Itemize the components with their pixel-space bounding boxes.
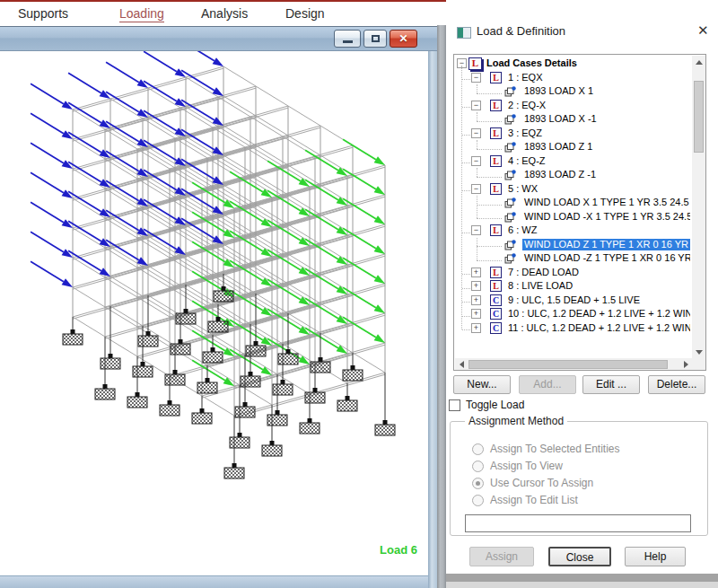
- tree-horizontal-scrollbar[interactable]: [455, 358, 692, 370]
- collapse-icon[interactable]: −: [471, 128, 481, 138]
- collapse-icon[interactable]: −: [471, 225, 481, 235]
- vertical-scroll-thumb[interactable]: [694, 81, 704, 153]
- tree-row-label: 1893 LOAD X -1: [522, 113, 690, 125]
- collapse-icon[interactable]: −: [471, 184, 481, 194]
- menu-item-analysis[interactable]: Analysis: [201, 6, 248, 21]
- tree-row[interactable]: 1893 LOAD Z 1: [454, 140, 692, 154]
- toggle-load[interactable]: Toggle Load: [449, 399, 524, 411]
- maximize-button[interactable]: [363, 30, 387, 48]
- load-combination-icon: C: [490, 294, 502, 306]
- tree-guide-line: [477, 93, 502, 94]
- tree-row[interactable]: −L5 : WX: [454, 182, 692, 197]
- tree-row[interactable]: +L8 : LIVE LOAD: [454, 279, 692, 294]
- radio-assign-to-selected-entities[interactable]: Assign To Selected Entities: [472, 442, 620, 456]
- edit-button[interactable]: Edit ...: [582, 375, 640, 394]
- close-button[interactable]: ✕: [390, 30, 417, 48]
- window-border-right: [428, 51, 437, 588]
- panel-separator[interactable]: [437, 25, 446, 588]
- tree-guide-line: [462, 233, 470, 233]
- menu-item-supports[interactable]: Supports: [18, 6, 68, 21]
- tree-row-label: WIND LOAD -Z 1 TYPE 1 XR 0 16 YR 3.5: [522, 252, 690, 264]
- tree-guide-line: [461, 66, 462, 330]
- load-cases-tree: −LLoad Cases Details−L1 : EQX1893 LOAD X…: [453, 54, 706, 371]
- radio-button-icon[interactable]: [472, 443, 484, 455]
- panel-title: Load & Definition: [477, 24, 565, 38]
- tree-vertical-scrollbar[interactable]: [692, 56, 705, 358]
- minimize-icon: [343, 40, 353, 43]
- tree-row[interactable]: WIND LOAD -X 1 TYPE 1 YR 3.5 24.5 ZR: [454, 210, 692, 224]
- tree-row[interactable]: −L4 : EQ-Z: [454, 154, 692, 169]
- tree-row[interactable]: −L1 : EQX: [454, 71, 692, 85]
- tree-row[interactable]: +C10 : ULC, 1.2 DEAD + 1.2 LIVE + 1.2 WI…: [454, 307, 692, 321]
- collapse-icon[interactable]: −: [471, 73, 481, 83]
- panel-close-icon[interactable]: ✕: [697, 22, 709, 39]
- tree-guide-line: [477, 196, 477, 218]
- expand-icon[interactable]: +: [471, 281, 481, 291]
- tree-row-label: 3 : EQZ: [506, 127, 690, 139]
- assignment-edit-list-input[interactable]: [465, 514, 691, 532]
- tree-row-label: 8 : LIVE LOAD: [506, 280, 690, 292]
- app-screen: SupportsLoadingAnalysisDesign ✕ Load 6 L…: [0, 0, 718, 588]
- active-load-label: Load 6: [355, 543, 417, 557]
- menu-item-loading[interactable]: Loading: [119, 6, 164, 22]
- radio-button-icon[interactable]: [472, 478, 484, 489]
- collapse-icon[interactable]: −: [471, 101, 481, 110]
- assign-button[interactable]: Assign: [469, 547, 534, 566]
- tree-row[interactable]: −L2 : EQ-X: [454, 99, 692, 113]
- tree-row[interactable]: WIND LOAD Z 1 TYPE 1 XR 0 16 YR 3.5 2: [454, 238, 692, 252]
- tree-guide-line: [477, 140, 477, 149]
- tree-action-buttons: New...Add...Edit ...Delete...: [446, 375, 718, 395]
- expand-icon[interactable]: +: [471, 268, 481, 277]
- tree-row[interactable]: 1893 LOAD Z -1: [454, 168, 692, 182]
- tree-row-label: 5 : WX: [506, 183, 690, 195]
- help-button[interactable]: Help: [625, 547, 686, 566]
- tree-row[interactable]: WIND LOAD -Z 1 TYPE 1 XR 0 16 YR 3.5: [454, 251, 692, 266]
- tree-guide-line: [477, 149, 502, 150]
- tree-row[interactable]: +C9 : ULC, 1.5 DEAD + 1.5 LIVE: [454, 294, 692, 308]
- scroll-right-icon[interactable]: [679, 358, 692, 370]
- expand-icon[interactable]: +: [471, 295, 481, 305]
- tree-row[interactable]: 1893 LOAD X -1: [454, 112, 692, 127]
- minimize-button[interactable]: [334, 30, 361, 48]
- menu-item-design[interactable]: Design: [285, 6, 325, 21]
- delete-button[interactable]: Delete...: [648, 375, 705, 394]
- tree-row[interactable]: −L6 : WZ: [454, 224, 692, 238]
- expand-icon[interactable]: +: [471, 323, 481, 333]
- window-controls: ✕: [334, 30, 417, 48]
- window-border-bottom: [0, 575, 428, 588]
- tree-row[interactable]: 1893 LOAD X 1: [454, 84, 692, 99]
- radio-button-icon[interactable]: [472, 461, 484, 472]
- tree-row[interactable]: +L7 : DEAD LOAD: [454, 266, 692, 280]
- scroll-up-icon[interactable]: [692, 56, 705, 68]
- radio-label: Assign To Selected Entities: [490, 443, 620, 455]
- scroll-down-icon[interactable]: [692, 346, 705, 358]
- tree-row-label: 1 : EQX: [506, 72, 690, 83]
- tree-row[interactable]: WIND LOAD X 1 TYPE 1 YR 3.5 24.5 ZR (: [454, 196, 692, 210]
- tree-row[interactable]: −LLoad Cases Details: [454, 57, 692, 71]
- tree-row[interactable]: −L3 : EQZ: [454, 127, 692, 141]
- collapse-icon[interactable]: −: [471, 156, 481, 166]
- radio-button-icon[interactable]: [472, 495, 484, 506]
- scroll-left-icon[interactable]: [455, 358, 468, 370]
- panel-bottom-bar-light: [446, 582, 718, 588]
- tree-guide-line: [462, 107, 470, 108]
- tree-row-label: 1893 LOAD X 1: [522, 85, 690, 97]
- tree-guide-line: [477, 121, 502, 122]
- model-view[interactable]: Load 6: [0, 51, 428, 575]
- radio-label: Use Cursor To Assign: [490, 477, 593, 489]
- tree-row[interactable]: +C11 : ULC, 1.2 DEAD + 1.2 LIVE + 1.2 WI…: [454, 321, 692, 336]
- add-button[interactable]: Add...: [519, 375, 576, 394]
- new-button[interactable]: New...: [453, 375, 511, 394]
- tree-guide-line: [477, 177, 502, 178]
- radio-assign-to-edit-list[interactable]: Assign To Edit List: [472, 493, 578, 507]
- horizontal-scroll-thumb[interactable]: [468, 360, 668, 369]
- viewport-titlebar[interactable]: ✕: [0, 26, 437, 51]
- radio-use-cursor-to-assign[interactable]: Use Cursor To Assign: [472, 476, 593, 490]
- toggle-load-checkbox[interactable]: [449, 399, 460, 411]
- close-button[interactable]: Close: [548, 547, 611, 566]
- model-canvas[interactable]: [0, 51, 428, 575]
- expand-icon[interactable]: +: [471, 309, 481, 319]
- tree-guide-line: [477, 84, 477, 93]
- tree-guide-line: [462, 316, 470, 317]
- radio-assign-to-view[interactable]: Assign To View: [472, 459, 563, 473]
